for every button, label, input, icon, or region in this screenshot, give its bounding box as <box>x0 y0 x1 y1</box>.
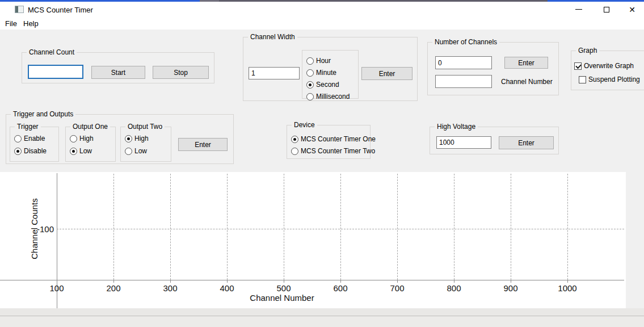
group-title: Channel Count <box>27 48 77 56</box>
radio-option-device-one[interactable]: MCS Counter Timer One <box>291 135 376 143</box>
radio-icon <box>14 135 22 142</box>
group-title: Graph <box>576 47 599 54</box>
x-axis-line <box>0 280 624 280</box>
channel-width-input[interactable] <box>249 67 300 79</box>
x-tick-label: 1000 <box>555 283 580 293</box>
subgroup-trigger: Trigger Enable Disable <box>10 127 59 162</box>
channel-number-input[interactable] <box>435 75 492 88</box>
radio-option-output-two-high[interactable]: High <box>125 135 149 142</box>
radio-icon <box>306 69 314 77</box>
vertical-gridline <box>227 174 228 280</box>
group-high-voltage: High Voltage Enter <box>430 127 559 154</box>
bottom-strip <box>0 316 644 327</box>
radio-icon <box>291 136 298 143</box>
subgroup-title: Output One <box>70 123 110 131</box>
plot-area: Channel Counts Channel Number 1002003004… <box>0 172 626 308</box>
group-trigger-and-outputs: Trigger and Outputs Trigger Enable Disab… <box>6 114 234 164</box>
maximize-button[interactable] <box>597 2 616 17</box>
minimize-icon <box>575 9 582 10</box>
close-button[interactable]: ✕ <box>622 2 642 17</box>
radio-option-output-two-low[interactable]: Low <box>125 147 147 155</box>
x-tick-label: 600 <box>328 283 353 293</box>
checkbox-overwrite-graph[interactable]: Overwrite Graph <box>574 62 634 70</box>
radio-option-minute[interactable]: Minute <box>306 69 336 77</box>
vertical-gridline <box>284 174 284 280</box>
x-tick-mark <box>397 280 398 283</box>
number-of-channels-enter-button[interactable]: Enter <box>504 57 548 69</box>
channel-count-input[interactable] <box>28 65 83 79</box>
x-tick-label: 800 <box>441 283 466 293</box>
subgroup-title: Output Two <box>125 123 165 131</box>
radio-icon <box>70 148 77 155</box>
x-tick-mark <box>227 280 228 283</box>
radio-icon <box>125 148 132 155</box>
radio-icon <box>70 135 77 142</box>
high-voltage-enter-button[interactable]: Enter <box>499 136 554 149</box>
vertical-gridline <box>170 174 171 280</box>
radio-icon <box>306 57 314 65</box>
number-of-channels-input[interactable] <box>435 56 492 69</box>
channel-number-label: Channel Number <box>501 78 553 86</box>
x-tick-label: 200 <box>101 283 126 293</box>
vertical-gridline <box>340 174 341 280</box>
group-title: High Voltage <box>435 123 478 131</box>
subgroup-output-one: Output One High Low <box>65 127 116 162</box>
radio-icon <box>306 81 314 89</box>
group-device: Device MCS Counter Timer One MCS Counter… <box>287 125 371 159</box>
x-tick-label: 900 <box>498 283 523 293</box>
radio-option-output-one-high[interactable]: High <box>70 135 94 142</box>
app-icon <box>15 6 24 13</box>
close-icon: ✕ <box>629 6 635 14</box>
high-voltage-input[interactable] <box>436 136 491 149</box>
group-channel-count: Channel Count Start Stop <box>22 52 214 83</box>
vertical-gridline <box>567 174 568 280</box>
minimize-button[interactable] <box>569 2 588 17</box>
subgroup-title: Trigger <box>15 123 41 131</box>
channel-width-enter-button[interactable]: Enter <box>361 67 413 80</box>
group-title: Trigger and Outputs <box>11 110 75 118</box>
titlebar[interactable]: MCS Counter Timer ✕ <box>0 2 644 17</box>
x-tick-label: 400 <box>214 283 239 293</box>
radio-option-hour[interactable]: Hour <box>306 57 331 65</box>
x-tick-label: 300 <box>158 283 183 293</box>
x-tick-mark <box>567 280 568 283</box>
radio-option-trigger-enable[interactable]: Enable <box>14 135 45 142</box>
trigger-outputs-enter-button[interactable]: Enter <box>178 138 228 151</box>
vertical-gridline <box>511 174 511 280</box>
menu-file[interactable]: File <box>3 19 19 28</box>
radio-option-output-one-low[interactable]: Low <box>70 147 92 155</box>
radio-icon <box>125 135 132 142</box>
channel-width-units-panel: Hour Minute Second Millisecond <box>302 50 359 99</box>
radio-icon <box>306 93 314 100</box>
x-tick-label: 100 <box>44 283 69 293</box>
radio-option-millisecond[interactable]: Millisecond <box>306 93 350 100</box>
stop-button[interactable]: Stop <box>153 66 209 79</box>
radio-option-trigger-disable[interactable]: Disable <box>14 147 47 155</box>
x-tick-mark <box>113 280 114 283</box>
start-button[interactable]: Start <box>91 66 145 79</box>
group-title: Device <box>292 121 317 129</box>
x-tick-mark <box>454 280 454 283</box>
y-tick-label: -100 <box>30 224 54 234</box>
vertical-gridline <box>113 174 114 280</box>
x-axis-title: Channel Number <box>250 293 314 303</box>
horizontal-gridline <box>57 229 624 229</box>
checkbox-icon <box>574 62 582 70</box>
window-title: MCS Counter Timer <box>28 6 93 14</box>
vertical-gridline <box>454 174 454 280</box>
group-number-of-channels: Number of Channels Enter Channel Number <box>427 42 559 95</box>
x-tick-mark <box>511 280 511 283</box>
group-graph: Graph Overwrite Graph Suspend Plotting <box>571 51 644 90</box>
menu-help[interactable]: Help <box>22 19 40 28</box>
x-tick-mark <box>284 280 284 283</box>
checkbox-suspend-plotting[interactable]: Suspend Plotting <box>579 76 640 83</box>
app-window: MCS Counter Timer ✕ File Help Channel Co… <box>0 0 644 327</box>
radio-icon <box>14 148 22 155</box>
radio-icon <box>291 148 298 155</box>
radio-option-second[interactable]: Second <box>306 81 339 89</box>
x-tick-mark <box>340 280 341 283</box>
vertical-gridline <box>397 174 398 280</box>
x-tick-mark <box>57 280 57 283</box>
maximize-icon <box>604 7 609 12</box>
radio-option-device-two[interactable]: MCS Counter Timer Two <box>291 147 375 155</box>
